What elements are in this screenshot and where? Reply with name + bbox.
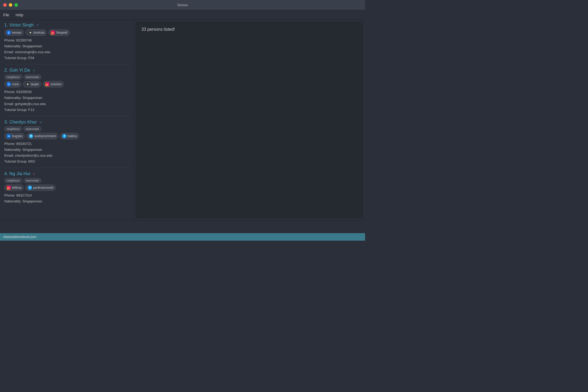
social-handle: uniction <box>51 82 61 86</box>
social-badge-instagram[interactable]: ● leftima <box>4 185 24 191</box>
social-handle: ballica <box>68 134 77 138</box>
social-row: in bugsbo✈ sushycomment𝕋 ballica <box>4 133 129 139</box>
tags-row: neighbourteammate <box>4 178 129 183</box>
phone-line: Phone: 89327314 <box>4 193 129 198</box>
nationality-line: Nationality: Singaporean <box>4 95 129 101</box>
tag: neighbour <box>4 178 22 183</box>
social-handle: leftima <box>12 186 21 190</box>
telegram-icon: ✈ <box>29 134 33 138</box>
tag: neighbour <box>4 75 22 79</box>
person-card: 1. Victor Singh ♂f twoear☀ loorksla● fle… <box>4 22 129 64</box>
social-badge-instagram[interactable]: ● uniction <box>43 81 64 87</box>
nationality-line: Nationality: Singaporean <box>4 147 129 153</box>
email-line: Email: gohyide@u.nus.edu <box>4 101 129 107</box>
tutorial-line: Tutorial Group: F04 <box>4 55 129 61</box>
facebook-icon: f <box>7 82 11 86</box>
social-badge-github[interactable]: ☀ taope <box>23 81 41 87</box>
social-handle: perfectsmooth <box>33 186 53 190</box>
social-row: f twoear☀ loorksla● flexpedl <box>4 29 129 36</box>
titlebar: Socius <box>0 0 365 10</box>
social-handle: bugsbo <box>12 134 22 138</box>
app-title: Socius <box>177 3 188 7</box>
person-name: 1. Victor Singh ♂ <box>4 22 129 28</box>
person-card: 2. Goh Yi De ♂neighbourteammatef rozio☀ … <box>4 68 129 116</box>
menubar: File Help <box>0 10 365 20</box>
command-bar <box>0 220 365 233</box>
social-badge-github[interactable]: ☀ loorksla <box>26 29 47 36</box>
menu-help[interactable]: Help <box>16 13 24 17</box>
social-handle: sushycomment <box>34 134 56 138</box>
statusbar-path: /data/addressbook.json <box>3 235 36 239</box>
tags-row: neighbourteammate <box>4 126 129 131</box>
person-info: Phone: 93209530Nationality: SingaporeanE… <box>4 89 129 113</box>
tag: teammate <box>24 126 41 131</box>
twitter-icon: 𝕋 <box>62 134 67 138</box>
phone-line: Phone: 82280746 <box>4 37 129 43</box>
close-button[interactable] <box>3 3 7 7</box>
social-handle: taope <box>31 82 39 86</box>
content-area: 1. Victor Singh ♂f twoear☀ loorksla● fle… <box>0 20 365 220</box>
social-handle: rozio <box>12 82 19 86</box>
social-badge-instagram[interactable]: ● flexpedl <box>48 29 69 36</box>
instagram-icon: ● <box>45 82 49 86</box>
tutorial-line: Tutorial Group: M02 <box>4 159 129 164</box>
social-badge-facebook[interactable]: f rozio <box>4 81 21 87</box>
tag: neighbour <box>4 126 22 131</box>
social-badge-twitter[interactable]: 𝕋 ballica <box>60 133 79 139</box>
phone-line: Phone: 93209530 <box>4 89 129 95</box>
summary-text: 33 persons listed! <box>141 27 175 32</box>
person-name: 2. Goh Yi De ♂ <box>4 68 129 73</box>
social-badge-facebook[interactable]: f twoear <box>4 29 24 36</box>
menu-file[interactable]: File <box>3 13 9 17</box>
person-info: Phone: 89327314Nationality: Singaporean <box>4 193 129 204</box>
social-handle: flexpedl <box>56 31 67 34</box>
person-card: 4. Ng Jia Hui ♀neighbourteammate● leftim… <box>4 171 129 207</box>
minimize-button[interactable] <box>9 3 12 7</box>
tags-row: neighbourteammate <box>4 75 129 79</box>
person-info: Phone: 89330721Nationality: SingaporeanE… <box>4 141 129 164</box>
social-badge-telegram[interactable]: ✈ sushycomment <box>26 133 58 139</box>
person-name: 3. Cherilyn Khor ♂ <box>4 120 129 125</box>
person-info: Phone: 82280746Nationality: SingaporeanE… <box>4 37 129 61</box>
person-card: 3. Cherilyn Khor ♂neighbourteammatein bu… <box>4 120 129 168</box>
instagram-icon: ● <box>51 30 55 35</box>
left-panel[interactable]: 1. Victor Singh ♂f twoear☀ loorksla● fle… <box>0 20 134 220</box>
social-handle: loorksla <box>33 31 44 34</box>
statusbar: /data/addressbook.json <box>0 233 365 241</box>
instagram-icon: ● <box>7 186 11 190</box>
social-row: f rozio☀ taope● uniction <box>4 81 129 87</box>
linkedin-icon: in <box>7 134 11 138</box>
social-badge-linkedin[interactable]: in bugsbo <box>4 133 25 139</box>
nationality-line: Nationality: Singaporean <box>4 43 129 49</box>
command-input[interactable] <box>3 225 362 229</box>
tag: teammate <box>24 178 41 183</box>
tag: teammate <box>24 75 41 79</box>
github-icon: ☀ <box>25 82 30 86</box>
social-row: ● leftima𝕋 perfectsmooth <box>4 185 129 191</box>
person-name: 4. Ng Jia Hui ♀ <box>4 171 129 176</box>
facebook-icon: f <box>7 30 11 35</box>
github-icon: ☀ <box>28 30 32 35</box>
right-panel: 33 persons listed! <box>136 22 363 218</box>
window-controls <box>3 3 18 7</box>
social-badge-twitter[interactable]: 𝕋 perfectsmooth <box>25 185 56 191</box>
maximize-button[interactable] <box>14 3 18 7</box>
tutorial-line: Tutorial Group: F13 <box>4 107 129 113</box>
main-layout: 1. Victor Singh ♂f twoear☀ loorksla● fle… <box>0 20 365 241</box>
email-line: Email: cherilynkhor@u.nus.edu <box>4 153 129 159</box>
nationality-line: Nationality: Singaporean <box>4 198 129 204</box>
social-handle: twoear <box>12 31 22 34</box>
email-line: Email: victorsingh@u.nus.edu <box>4 49 129 55</box>
phone-line: Phone: 89330721 <box>4 141 129 147</box>
twitter-icon: 𝕋 <box>28 186 32 190</box>
